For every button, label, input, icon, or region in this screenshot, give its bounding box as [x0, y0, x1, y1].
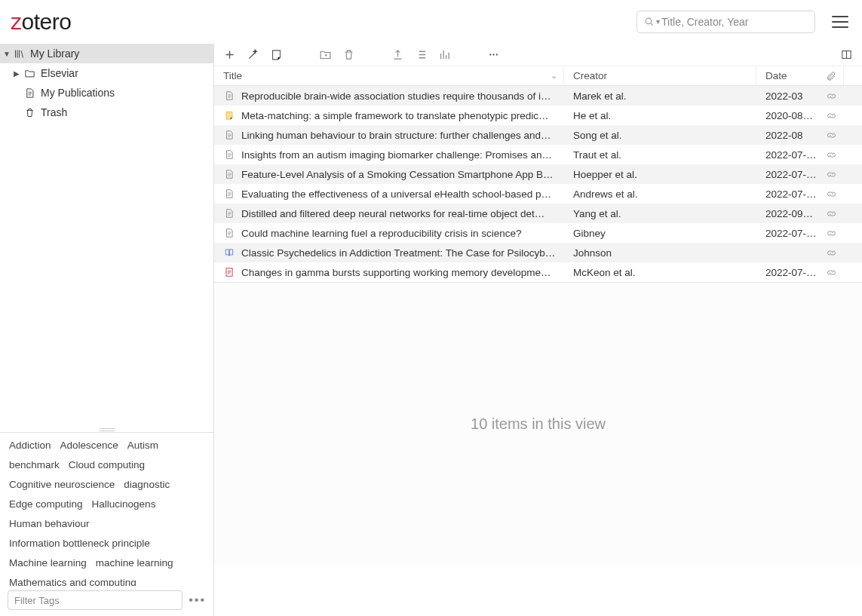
- table-row[interactable]: Distilled and filtered deep neural netwo…: [214, 204, 862, 223]
- item-title: Evaluating the effectiveness of a univer…: [241, 188, 551, 200]
- item-title: Changes in gamma bursts supporting worki…: [241, 267, 551, 278]
- content-area: Title⌄ Creator Date Reproducible brain-w…: [214, 44, 862, 616]
- sidebar-item-trash[interactable]: Trash: [0, 103, 213, 122]
- tag-item[interactable]: Mathematics and computing: [9, 576, 137, 586]
- table-row[interactable]: Feature-Level Analysis of a Smoking Cess…: [214, 164, 862, 184]
- table-row[interactable]: Meta-matching: a simple framework to tra…: [214, 106, 862, 125]
- doc-icon: [223, 129, 235, 141]
- item-date: 2022-07-…: [765, 149, 817, 161]
- item-date: 2022-03: [765, 90, 803, 102]
- col-header-attachment[interactable]: [818, 66, 844, 85]
- tag-item[interactable]: Cloud computing: [69, 458, 145, 472]
- col-header-creator[interactable]: Creator: [564, 66, 756, 85]
- item-title: Distilled and filtered deep neural netwo…: [241, 208, 545, 219]
- tag-item[interactable]: Human behaviour: [9, 517, 90, 531]
- item-creator: Johnson: [573, 247, 612, 259]
- items-list: Reproducible brain-wide association stud…: [214, 86, 862, 282]
- item-date: 2022-07-…: [765, 267, 817, 278]
- tag-filter-input[interactable]: [8, 590, 183, 610]
- tag-item[interactable]: diagnostic: [124, 478, 170, 492]
- chevron-down-icon: ▾: [656, 17, 660, 26]
- table-row[interactable]: Could machine learning fuel a reproducib…: [214, 223, 862, 243]
- doc-icon: [223, 149, 235, 161]
- search-input[interactable]: [661, 16, 808, 28]
- item-creator: Traut et al.: [573, 149, 621, 161]
- table-row[interactable]: Insights from an autism imaging biomarke…: [214, 145, 862, 164]
- sidebar-item-my-library[interactable]: ▼ My Library: [0, 44, 213, 63]
- item-title: Insights from an autism imaging biomarke…: [241, 149, 552, 161]
- new-item-button[interactable]: [223, 48, 236, 61]
- magic-wand-button[interactable]: [247, 48, 259, 61]
- tag-item[interactable]: Adolescence: [60, 439, 118, 452]
- chevron-down-icon: ⌄: [551, 71, 557, 81]
- tag-item[interactable]: machine learning: [96, 556, 173, 570]
- doc-icon: [223, 90, 235, 102]
- col-header-title[interactable]: Title⌄: [214, 66, 564, 85]
- item-date: 2020-08…: [765, 110, 813, 121]
- sidebar-item-elseviar[interactable]: ▶ Elseviar: [0, 63, 213, 83]
- app-logo: zotero: [11, 9, 71, 35]
- more-actions-button[interactable]: [487, 48, 500, 61]
- table-row[interactable]: Classic Psychedelics in Addiction Treatm…: [214, 243, 862, 262]
- tag-item[interactable]: Autism: [127, 439, 158, 452]
- item-date: 2022-08: [765, 130, 803, 141]
- link-icon: [826, 149, 837, 161]
- item-creator: Hoepper et al.: [573, 169, 637, 180]
- book-icon: [223, 247, 235, 259]
- tag-item[interactable]: Information bottleneck principle: [9, 537, 150, 550]
- item-creator: Song et al.: [573, 130, 622, 141]
- tag-item[interactable]: Edge computing: [9, 498, 83, 511]
- global-search[interactable]: ▾: [637, 11, 815, 33]
- delete-button[interactable]: [342, 48, 355, 61]
- note-icon: [223, 109, 235, 121]
- pdf-icon: [223, 266, 235, 278]
- table-row[interactable]: Linking human behaviour to brain structu…: [214, 125, 862, 145]
- item-date: 2022-07-…: [765, 169, 817, 180]
- new-note-button[interactable]: [270, 48, 283, 61]
- item-title: Linking human behaviour to brain structu…: [241, 130, 551, 141]
- sidebar-item-my-publications[interactable]: My Publications: [0, 83, 213, 103]
- item-creator: Gibney: [573, 228, 606, 239]
- table-row[interactable]: Changes in gamma bursts supporting worki…: [214, 262, 862, 282]
- tag-item[interactable]: benchmark: [9, 458, 60, 472]
- link-icon: [826, 247, 837, 259]
- link-icon: [826, 90, 837, 102]
- link-icon: [826, 228, 837, 239]
- item-creator: Andrews et al.: [573, 188, 638, 200]
- tag-item[interactable]: Machine learning: [9, 556, 87, 570]
- sidebar-item-label: My Library: [30, 48, 79, 60]
- item-title: Meta-matching: a simple framework to tra…: [241, 110, 548, 121]
- item-date: 2022-09…: [765, 208, 813, 219]
- menu-button[interactable]: [829, 13, 851, 31]
- link-icon: [826, 188, 837, 200]
- table-row[interactable]: Reproducible brain-wide association stud…: [214, 86, 862, 106]
- table-row[interactable]: Evaluating the effectiveness of a univer…: [214, 184, 862, 204]
- library-icon: [12, 48, 26, 60]
- tags-more-button[interactable]: •••: [189, 593, 206, 607]
- search-icon: [643, 16, 655, 27]
- stats-button[interactable]: [438, 48, 451, 61]
- create-bibliography-button[interactable]: [415, 48, 428, 61]
- col-header-date[interactable]: Date: [756, 66, 818, 85]
- item-creator: He et al.: [573, 110, 611, 121]
- tag-item[interactable]: Addiction: [9, 439, 51, 452]
- sidebar-item-label: My Publications: [41, 87, 115, 99]
- tags-list: AddictionAdolescenceAutismbenchmarkCloud…: [0, 433, 213, 586]
- doc-icon: [223, 227, 235, 239]
- export-button[interactable]: [391, 48, 404, 61]
- twisty-icon: ▼: [3, 50, 12, 58]
- sidebar: ▼ My Library▶ Elseviar My Publications T…: [0, 44, 214, 616]
- detail-message: 10 items in this view: [471, 415, 606, 433]
- column-picker-button[interactable]: [840, 48, 853, 61]
- attachment-icon: [826, 71, 836, 81]
- tag-item[interactable]: Cognitive neuroscience: [9, 478, 115, 492]
- link-icon: [826, 208, 837, 219]
- item-creator: Marek et al.: [573, 90, 627, 102]
- add-to-collection-button[interactable]: [319, 48, 332, 61]
- link-icon: [826, 169, 837, 180]
- doc-icon: [223, 207, 235, 219]
- item-detail-pane: 10 items in this view: [214, 282, 862, 565]
- tag-item[interactable]: Hallucinogens: [92, 498, 156, 511]
- library-tree: ▼ My Library▶ Elseviar My Publications T…: [0, 44, 213, 428]
- items-toolbar: [214, 44, 862, 66]
